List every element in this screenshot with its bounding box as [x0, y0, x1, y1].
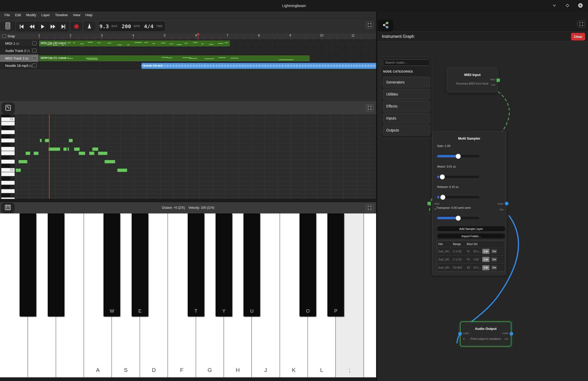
black-key-U[interactable]: U: [243, 213, 260, 317]
search-input[interactable]: [383, 59, 430, 66]
node-midi-input[interactable]: MIDI Input Receives MIDI from track MIDI…: [447, 68, 498, 92]
delete-sample-button[interactable]: Del: [491, 265, 497, 270]
close-icon[interactable]: [577, 2, 584, 9]
keystrip-G3[interactable]: [1, 189, 15, 193]
clip-audio[interactable]: Noodle 18.mp3: [142, 63, 376, 69]
attack-slider[interactable]: [437, 176, 479, 178]
rewind-button[interactable]: [27, 22, 37, 31]
midi-note[interactable]: [92, 147, 98, 151]
clear-button[interactable]: Clear: [571, 33, 585, 40]
black-key[interactable]: [48, 213, 64, 317]
white-key[interactable]: [364, 213, 376, 378]
category-utilities[interactable]: Utilities: [383, 89, 430, 99]
keystrip-E4[interactable]: [1, 151, 15, 155]
release-slider[interactable]: [437, 196, 479, 198]
midi-note[interactable]: [26, 152, 30, 155]
category-generators[interactable]: Generators: [383, 77, 430, 87]
keystrip-A4[interactable]: [1, 130, 15, 134]
keystrip-G4[interactable]: [1, 139, 15, 142]
audio-out-port[interactable]: [510, 332, 513, 336]
midi-note[interactable]: [98, 152, 107, 155]
piano-roll-grid[interactable]: [16, 114, 376, 199]
midi-note[interactable]: [68, 147, 69, 151]
piano-roll-playhead[interactable]: [49, 114, 50, 199]
track-row[interactable]: Audio Track 2[A]-: [0, 47, 376, 55]
midi-note[interactable]: [89, 152, 94, 155]
keystrip-F4[interactable]: [1, 147, 15, 151]
track-toggle-button[interactable]: -: [32, 56, 36, 60]
black-key-W[interactable]: W: [103, 213, 120, 317]
midi-note[interactable]: [74, 147, 80, 151]
keyboard-fullscreen-button[interactable]: [366, 204, 373, 211]
midi-note[interactable]: [117, 169, 127, 172]
edit-sample-button[interactable]: Edit: [482, 249, 489, 254]
keystrip-A3[interactable]: [1, 181, 15, 185]
fast-forward-button[interactable]: [48, 22, 58, 31]
black-key-O[interactable]: O: [299, 213, 316, 317]
midi-note[interactable]: [105, 160, 115, 163]
play-button[interactable]: [37, 22, 48, 31]
timeline-ruler[interactable]: Snap 1234567891011: [0, 33, 376, 40]
midi-note[interactable]: [48, 147, 60, 151]
maximize-icon[interactable]: [564, 2, 571, 9]
midi-note[interactable]: [16, 169, 21, 172]
midi-note[interactable]: [19, 160, 27, 163]
keystrip-C#4[interactable]: [1, 164, 10, 168]
clip-midi[interactable]: MIDI Clip (40 notes): [39, 40, 230, 46]
piano-roll[interactable]: C5C4: [0, 114, 376, 199]
keystrip-D4[interactable]: [1, 160, 15, 164]
keystrip-A#3[interactable]: [1, 176, 10, 180]
node-audio-output[interactable]: Audio Output Final output to speakers Au…: [460, 322, 511, 347]
black-key-P[interactable]: P: [327, 213, 344, 317]
black-key[interactable]: [20, 213, 36, 317]
track-row[interactable]: MIDI Clip (40 notes)MIDI 1[A]-: [0, 40, 376, 47]
menu-file[interactable]: File: [2, 12, 12, 18]
film-timeline-button[interactable]: [1, 22, 15, 31]
snap-checkbox[interactable]: [3, 34, 6, 38]
record-button[interactable]: [71, 22, 82, 31]
keystrip-C#5[interactable]: [1, 114, 10, 117]
menu-help[interactable]: Help: [83, 12, 95, 18]
keystrip-G#4[interactable]: [1, 134, 10, 138]
menu-edit[interactable]: Edit: [13, 12, 23, 18]
track-header-audio-track-2[interactable]: Audio Track 2[A]-: [0, 47, 39, 55]
edit-sample-button[interactable]: Edit: [482, 257, 489, 262]
menu-view[interactable]: View: [71, 12, 83, 18]
delete-sample-button[interactable]: Del: [491, 249, 497, 254]
menu-layer[interactable]: Layer: [39, 12, 52, 18]
audio-out-port[interactable]: [505, 202, 509, 205]
add-sample-layer-button[interactable]: Add Sample Layer: [437, 226, 505, 231]
category-effects[interactable]: Effects: [383, 101, 430, 111]
keystrip-G#3[interactable]: [1, 185, 10, 189]
category-inputs[interactable]: Inputs: [383, 113, 430, 123]
menu-modify[interactable]: Modify: [24, 12, 38, 18]
import-folder-button[interactable]: Import Folder...: [437, 233, 505, 239]
keystrip-A#4[interactable]: [1, 126, 10, 130]
timeline-fullscreen-button[interactable]: [366, 22, 373, 28]
keystrip-B3[interactable]: [1, 172, 15, 176]
black-key-T[interactable]: T: [188, 213, 204, 317]
clip-midi[interactable]: MIDI Clip (21 notes): [39, 55, 310, 61]
midi-note[interactable]: [63, 147, 67, 151]
track-header-midi-1[interactable]: MIDI 1[A]-: [0, 40, 39, 47]
transpose-slider[interactable]: [437, 217, 479, 219]
midi-note[interactable]: [69, 139, 73, 142]
midi-note[interactable]: [40, 139, 42, 142]
track-toggle-button[interactable]: -: [32, 64, 36, 68]
graph-tab-button[interactable]: [378, 19, 393, 32]
edit-sample-button[interactable]: Edit: [482, 265, 489, 270]
midi-in-port[interactable]: [427, 202, 431, 205]
graph-fullscreen-button[interactable]: [577, 21, 585, 27]
graph-canvas[interactable]: NODE CATEGORIES GeneratorsUtilitiesEffec…: [377, 42, 588, 381]
midi-note[interactable]: [45, 139, 49, 142]
midi-out-port[interactable]: [497, 79, 500, 82]
track-toggle-button[interactable]: -: [32, 49, 36, 53]
keystrip-D#4[interactable]: [1, 156, 10, 159]
track-header-noodle-18-mp3[interactable]: Noodle 18.mp3[A]-: [0, 62, 39, 69]
keystrip-F#3[interactable]: [1, 193, 10, 197]
keystrip-C4[interactable]: C4: [1, 168, 15, 172]
keystrip-F#4[interactable]: [1, 143, 10, 147]
minimize-icon[interactable]: [551, 2, 558, 9]
midi-note[interactable]: [79, 152, 85, 155]
midi-note[interactable]: [34, 152, 39, 155]
